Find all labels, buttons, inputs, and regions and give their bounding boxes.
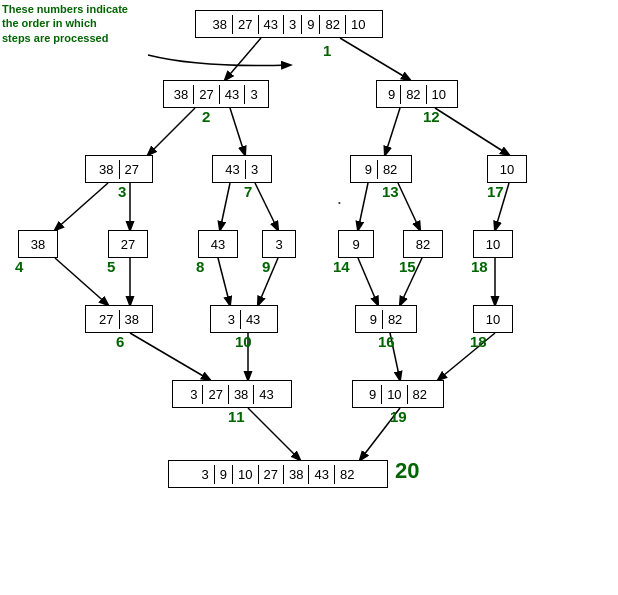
step-18b: 18 bbox=[470, 333, 487, 350]
svg-line-0 bbox=[225, 38, 261, 80]
node-16: 9 82 bbox=[355, 305, 417, 333]
node-15: 3 43 bbox=[210, 305, 278, 333]
step-8: 8 bbox=[196, 258, 204, 275]
step-20: 20 bbox=[395, 458, 419, 484]
step-12: 12 bbox=[423, 108, 440, 125]
node-7: 38 bbox=[18, 230, 58, 258]
svg-line-9 bbox=[255, 183, 278, 230]
svg-line-1 bbox=[340, 38, 410, 80]
node-2: 9 82 10 bbox=[376, 80, 458, 108]
node-10: 3 bbox=[262, 230, 296, 258]
node-17: 10 bbox=[473, 305, 513, 333]
dot: • bbox=[338, 198, 341, 207]
step-1: 1 bbox=[323, 42, 331, 59]
step-18a: 18 bbox=[471, 258, 488, 275]
node-13: 10 bbox=[473, 230, 513, 258]
step-13: 13 bbox=[382, 183, 399, 200]
diagram: These numbers indicate the order in whic… bbox=[0, 0, 618, 595]
svg-line-11 bbox=[398, 183, 420, 230]
node-5: 9 82 bbox=[350, 155, 412, 183]
svg-line-3 bbox=[230, 108, 245, 155]
arrows-svg bbox=[0, 0, 618, 595]
step-6: 6 bbox=[116, 333, 124, 350]
node-12: 82 bbox=[403, 230, 443, 258]
step-11: 11 bbox=[228, 408, 245, 425]
node-19: 9 10 82 bbox=[352, 380, 444, 408]
node-top: 38 27 43 3 9 82 10 bbox=[195, 10, 383, 38]
svg-line-14 bbox=[55, 258, 108, 305]
step-3: 3 bbox=[118, 183, 126, 200]
svg-line-24 bbox=[248, 408, 300, 460]
svg-line-20 bbox=[130, 333, 210, 380]
svg-line-15 bbox=[218, 258, 230, 305]
step-16: 16 bbox=[378, 333, 395, 350]
step-9: 9 bbox=[262, 258, 270, 275]
node-3: 38 27 bbox=[85, 155, 153, 183]
step-2: 2 bbox=[202, 108, 210, 125]
svg-line-5 bbox=[435, 108, 509, 155]
step-17: 17 bbox=[487, 183, 504, 200]
svg-line-17 bbox=[358, 258, 378, 305]
node-9: 43 bbox=[198, 230, 238, 258]
svg-line-6 bbox=[55, 183, 108, 230]
step-4: 4 bbox=[15, 258, 23, 275]
step-10: 10 bbox=[235, 333, 252, 350]
node-18: 3 27 38 43 bbox=[172, 380, 292, 408]
annotation-text: These numbers indicate the order in whic… bbox=[2, 2, 128, 45]
node-11: 9 bbox=[338, 230, 374, 258]
svg-line-8 bbox=[220, 183, 230, 230]
node-14: 27 38 bbox=[85, 305, 153, 333]
step-7: 7 bbox=[244, 183, 252, 200]
svg-line-4 bbox=[385, 108, 400, 155]
step-15: 15 bbox=[399, 258, 416, 275]
node-6: 10 bbox=[487, 155, 527, 183]
step-19: 19 bbox=[390, 408, 407, 425]
svg-line-10 bbox=[358, 183, 368, 230]
node-20: 3 9 10 27 38 43 82 bbox=[168, 460, 388, 488]
step-5: 5 bbox=[107, 258, 115, 275]
node-4: 43 3 bbox=[212, 155, 272, 183]
svg-line-2 bbox=[148, 108, 195, 155]
node-1: 38 27 43 3 bbox=[163, 80, 269, 108]
node-8: 27 bbox=[108, 230, 148, 258]
step-14: 14 bbox=[333, 258, 350, 275]
